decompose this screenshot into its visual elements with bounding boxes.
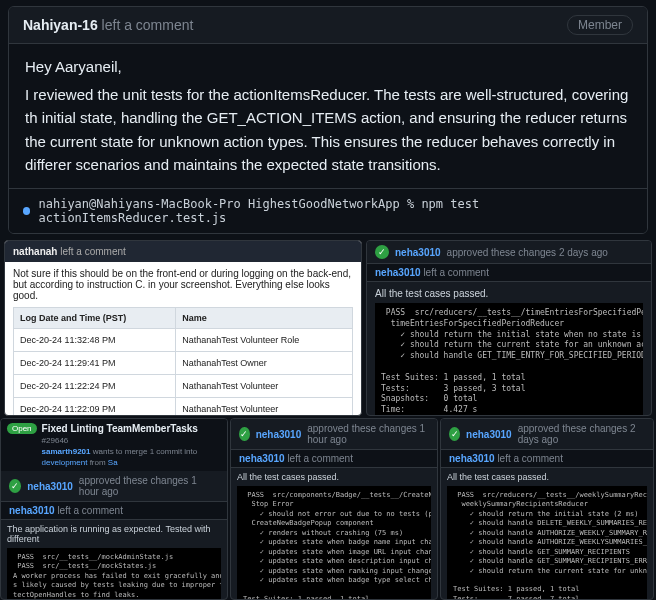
screenshot-mosaic: nathanah left a comment Not sure if this…: [0, 240, 656, 600]
author-action: left a comment: [57, 505, 123, 516]
author-name[interactable]: neha3010: [395, 247, 441, 258]
author-name[interactable]: neha3010: [466, 429, 512, 440]
bullet-dot-icon: [23, 207, 30, 215]
terminal-output: PASS src/components/Badge/__tests__/Crea…: [237, 486, 431, 600]
branch[interactable]: development: [42, 458, 88, 467]
approved-text: approved these changes 1 hour ago: [79, 475, 219, 497]
tile-header: ✓ neha3010 approved these changes 2 days…: [441, 419, 653, 449]
review-text: I reviewed the unit tests for the action…: [25, 83, 631, 176]
tile-sub: neha3010 left a comment: [231, 449, 437, 468]
comment-text: All the test cases passed.: [375, 288, 643, 299]
comment-tile-neha-3: ✓ neha3010 approved these changes 2 days…: [440, 418, 654, 600]
console-line: nahiyan@Nahiyans-MacBook-Pro HighestGood…: [9, 188, 647, 233]
comment-tile-pr: Open Fixed Linting TeamMemberTasks #2964…: [0, 418, 228, 600]
comment-tile-neha-1: ✓ neha3010 approved these changes 2 days…: [366, 240, 652, 416]
member-badge: Member: [567, 15, 633, 35]
terminal-output: PASS src/reducers/__tests__/timeEntriesF…: [375, 303, 643, 416]
comment-text: The application is running as expected. …: [7, 524, 221, 544]
comment-text: All the test cases passed.: [237, 472, 431, 482]
table-row: Dec-20-24 11:32:48 PMNathanahTest Volunt…: [14, 329, 353, 352]
terminal-output: PASS src/__tests__/mockAdminState.js PAS…: [7, 548, 221, 600]
pr-author[interactable]: samarth9201: [42, 447, 91, 456]
col-name: Name: [176, 308, 353, 329]
branch[interactable]: Sa: [108, 458, 118, 467]
log-table: Log Date and Time (PST) Name Dec-20-24 1…: [13, 307, 353, 416]
pr-number: #29646: [42, 436, 69, 445]
tile-sub: neha3010 left a comment: [367, 263, 651, 282]
tile-sub: neha3010 left a comment: [1, 501, 227, 520]
author-name[interactable]: neha3010: [449, 453, 495, 464]
tile-body: The application is running as expected. …: [1, 520, 227, 600]
tile-body: All the test cases passed. PASS src/redu…: [367, 282, 651, 416]
comment-text: All the test cases passed.: [447, 472, 647, 482]
pr-header: Open Fixed Linting TeamMemberTasks #2964…: [1, 419, 227, 471]
approved-text: approved these changes 2 days ago: [518, 423, 645, 445]
main-body: Hey Aaryaneil, I reviewed the unit tests…: [9, 44, 647, 188]
author-action: left a comment: [497, 453, 563, 464]
open-badge: Open: [7, 423, 37, 434]
tile-sub: neha3010 left a comment: [441, 449, 653, 468]
greeting: Hey Aaryaneil,: [25, 58, 631, 75]
tile-body: Not sure if this should be on the front-…: [5, 262, 361, 416]
author-action: left a comment: [287, 453, 353, 464]
main-comment-card: Nahiyan-16 left a comment Member Hey Aar…: [8, 6, 648, 234]
comment-tile-nathan: nathanah left a comment Not sure if this…: [4, 240, 362, 416]
author-name[interactable]: Nahiyan-16: [23, 17, 98, 33]
console-text: nahiyan@Nahiyans-MacBook-Pro HighestGood…: [38, 197, 633, 225]
tile-body: All the test cases passed. PASS src/redu…: [441, 468, 653, 600]
tile-header: nathanah left a comment: [5, 241, 361, 262]
author-name[interactable]: neha3010: [256, 429, 302, 440]
table-row: Dec-20-24 11:22:24 PMNathanahTest Volunt…: [14, 375, 353, 398]
author-line: Nahiyan-16 left a comment: [23, 17, 193, 33]
author-name[interactable]: neha3010: [239, 453, 285, 464]
tile-header: ✓ neha3010 approved these changes 2 days…: [367, 241, 651, 263]
tile-header: ✓ neha3010 approved these changes 1 hour…: [231, 419, 437, 449]
table-row: Dec-20-24 11:29:41 PMNathanahTest Owner: [14, 352, 353, 375]
comment-text: Not sure if this should be on the front-…: [13, 268, 353, 301]
author-name[interactable]: neha3010: [9, 505, 55, 516]
check-icon: ✓: [375, 245, 389, 259]
author-name[interactable]: neha3010: [27, 481, 73, 492]
tile-header: ✓ neha3010 approved these changes 1 hour…: [1, 471, 227, 501]
col-logdate: Log Date and Time (PST): [14, 308, 176, 329]
check-icon: ✓: [449, 427, 460, 441]
main-header: Nahiyan-16 left a comment Member: [9, 7, 647, 44]
check-icon: ✓: [9, 479, 21, 493]
author-action: left a comment: [102, 17, 194, 33]
pr-sub: wants to merge 1 commit into: [93, 447, 197, 456]
terminal-output: PASS src/reducers/__tests__/weeklySummar…: [447, 486, 647, 600]
table-header-row: Log Date and Time (PST) Name: [14, 308, 353, 329]
table-row: Dec-20-24 11:22:09 PMNathanahTest Volunt…: [14, 398, 353, 417]
comment-tile-neha-2: ✓ neha3010 approved these changes 1 hour…: [230, 418, 438, 600]
author-action: left a comment: [60, 246, 126, 257]
pr-title[interactable]: Fixed Linting TeamMemberTasks: [42, 423, 198, 434]
check-icon: ✓: [239, 427, 250, 441]
author-name[interactable]: nathanah: [13, 246, 57, 257]
approved-text: approved these changes 2 days ago: [447, 247, 608, 258]
approved-text: approved these changes 1 hour ago: [307, 423, 429, 445]
author-action: left a comment: [423, 267, 489, 278]
author-name[interactable]: neha3010: [375, 267, 421, 278]
tile-body: All the test cases passed. PASS src/comp…: [231, 468, 437, 600]
